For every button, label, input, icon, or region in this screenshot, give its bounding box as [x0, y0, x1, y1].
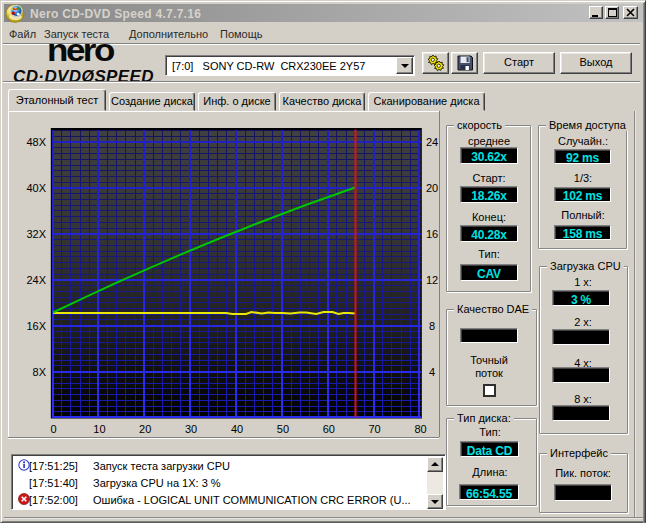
svg-text:16: 16: [426, 228, 438, 240]
svg-text:30: 30: [185, 423, 197, 435]
svg-text:50: 50: [277, 423, 289, 435]
svg-text:32X: 32X: [26, 228, 46, 240]
svg-text:16X: 16X: [26, 320, 46, 332]
svg-text:8: 8: [429, 320, 435, 332]
svg-text:40X: 40X: [26, 182, 46, 194]
svg-text:8X: 8X: [33, 366, 47, 378]
svg-text:10: 10: [93, 423, 105, 435]
svg-text:24X: 24X: [26, 274, 46, 286]
svg-text:20: 20: [426, 182, 438, 194]
svg-text:20: 20: [139, 423, 151, 435]
svg-text:0: 0: [50, 423, 56, 435]
svg-text:60: 60: [323, 423, 335, 435]
svg-text:48X: 48X: [26, 136, 46, 148]
svg-text:24: 24: [426, 136, 438, 148]
svg-text:12: 12: [426, 274, 438, 286]
svg-text:40: 40: [231, 423, 243, 435]
svg-text:4: 4: [429, 366, 435, 378]
svg-text:70: 70: [368, 423, 380, 435]
svg-text:80: 80: [414, 423, 426, 435]
